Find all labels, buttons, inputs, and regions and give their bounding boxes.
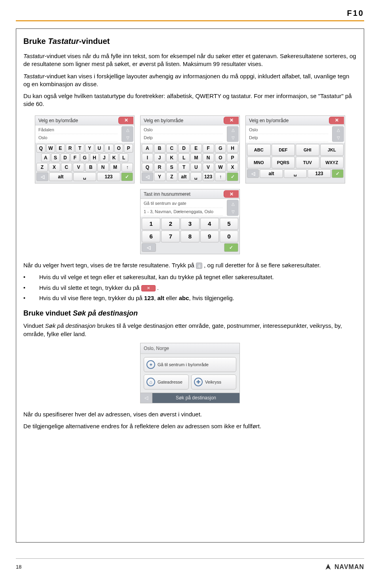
key-n[interactable]: N — [203, 153, 214, 162]
scroll-button[interactable]: △▽ — [332, 126, 344, 142]
key-g[interactable]: G — [80, 153, 89, 162]
intersection-button[interactable]: ✚ Veikryss — [191, 374, 236, 389]
key-n[interactable]: N — [97, 163, 109, 172]
close-icon[interactable]: ✕ — [329, 117, 344, 124]
list-item[interactable]: Oslo — [249, 126, 328, 134]
key-def[interactable]: DEF — [272, 144, 295, 156]
key-h[interactable]: H — [90, 153, 99, 162]
key-5[interactable]: 5 — [220, 218, 238, 230]
list-item[interactable]: Oslo — [144, 126, 223, 134]
key-e[interactable]: E — [56, 144, 65, 153]
key-p[interactable]: P — [124, 144, 133, 153]
key-123[interactable]: 123 — [308, 169, 331, 178]
key-y[interactable]: Y — [154, 172, 165, 181]
results-list[interactable]: Oslo Delp — [141, 125, 226, 143]
key-c[interactable]: C — [166, 144, 178, 153]
key-d[interactable]: D — [178, 144, 190, 153]
ok-button[interactable]: ✓ — [121, 172, 133, 181]
key-wxyz[interactable]: WXYZ — [320, 157, 344, 168]
key-space[interactable]: ␣ — [73, 172, 97, 181]
key-b[interactable]: B — [85, 163, 97, 172]
key-i[interactable]: I — [142, 153, 153, 162]
key-a[interactable]: A — [142, 144, 153, 153]
back-button[interactable]: ◁ — [247, 169, 259, 178]
key-r[interactable]: R — [154, 163, 165, 172]
key-m[interactable]: M — [110, 163, 121, 172]
key-0[interactable]: 0 — [220, 231, 238, 242]
street-address-button[interactable]: ⌂ Gateadresse — [144, 374, 189, 389]
back-button[interactable]: ◁ — [36, 172, 48, 181]
close-icon[interactable]: ✕ — [224, 190, 239, 198]
back-button[interactable]: ◁ — [142, 243, 156, 252]
scroll-button[interactable]: △▽ — [227, 200, 239, 216]
key-x[interactable]: X — [227, 163, 238, 172]
results-list[interactable]: Oslo Delp — [246, 125, 331, 143]
key-2[interactable]: 2 — [161, 218, 180, 230]
key-z[interactable]: Z — [36, 163, 48, 172]
key-t[interactable]: T — [75, 144, 84, 153]
key-z[interactable]: Z — [166, 172, 178, 181]
key-b[interactable]: B — [154, 144, 165, 153]
key-p[interactable]: P — [227, 153, 238, 162]
key-o[interactable]: O — [114, 144, 124, 153]
key-o[interactable]: O — [215, 153, 226, 162]
key-123[interactable]: 123 — [97, 172, 120, 181]
key-a[interactable]: A — [41, 153, 50, 162]
key-f[interactable]: F — [203, 144, 214, 153]
key-d[interactable]: D — [61, 153, 70, 162]
goto-center-button[interactable]: ⌖ Gå til sentrum i by/område — [144, 357, 236, 372]
key-q[interactable]: Q — [142, 163, 153, 172]
key-abc[interactable]: ABC — [247, 144, 271, 156]
key-r[interactable]: R — [66, 144, 75, 153]
key-v[interactable]: V — [73, 163, 84, 172]
key-1[interactable]: 1 — [142, 218, 160, 230]
results-list[interactable]: Gå til sentrum av gate 1 - 3, Navman, Dæ… — [141, 199, 226, 217]
list-item[interactable]: 1 - 3, Navman, Dælenenggata, Oslo — [144, 208, 223, 216]
key-k[interactable]: K — [110, 153, 119, 162]
key-4[interactable]: 4 — [200, 218, 219, 230]
key-123[interactable]: 123 — [203, 172, 214, 181]
key-l[interactable]: L — [119, 153, 128, 162]
key-x[interactable]: X — [49, 163, 60, 172]
key-alt[interactable]: alt — [178, 172, 190, 181]
back-button[interactable]: ◁ — [141, 393, 152, 403]
key-7[interactable]: 7 — [161, 231, 180, 242]
key-g[interactable]: G — [215, 144, 226, 153]
key-j[interactable]: J — [154, 153, 165, 162]
list-item[interactable]: Delp — [144, 134, 223, 142]
list-item[interactable]: Oslo — [38, 134, 118, 142]
ok-button[interactable]: ✓ — [227, 172, 238, 181]
key-jkl[interactable]: JKL — [320, 144, 344, 156]
key-v[interactable]: V — [203, 163, 214, 172]
key-m[interactable]: M — [190, 153, 202, 162]
key-w[interactable]: W — [215, 163, 226, 172]
key-mno[interactable]: MNO — [247, 157, 271, 168]
key-6[interactable]: 6 — [142, 231, 160, 242]
key-q[interactable]: Q — [36, 144, 46, 153]
key-3[interactable]: 3 — [180, 218, 199, 230]
key-alt[interactable]: alt — [260, 169, 283, 178]
key-u[interactable]: U — [190, 163, 202, 172]
key-tuv[interactable]: TUV — [296, 157, 319, 168]
key-shift[interactable]: ↑ — [215, 172, 226, 181]
close-icon[interactable]: ✕ — [224, 117, 239, 124]
key-f[interactable]: F — [70, 153, 80, 162]
key-y[interactable]: Y — [85, 144, 94, 153]
key-l[interactable]: L — [178, 153, 190, 162]
list-item[interactable]: Gå til sentrum av gate — [144, 200, 223, 208]
key-8[interactable]: 8 — [180, 231, 199, 242]
key-s[interactable]: S — [166, 163, 178, 172]
ok-button[interactable]: ✓ — [224, 243, 238, 252]
key-i[interactable]: I — [104, 144, 114, 153]
key-s[interactable]: S — [51, 153, 60, 162]
key-c[interactable]: C — [61, 163, 72, 172]
ok-button[interactable]: ✓ — [332, 169, 344, 178]
key-j[interactable]: J — [100, 153, 109, 162]
key-k[interactable]: K — [166, 153, 178, 162]
list-item[interactable]: Delp — [249, 134, 328, 142]
list-item[interactable]: Fådalen — [38, 126, 118, 134]
results-list[interactable]: Fådalen Oslo — [35, 125, 121, 143]
scroll-button[interactable]: △▽ — [122, 126, 133, 142]
key-pqrs[interactable]: PQRS — [272, 157, 295, 168]
scroll-button[interactable]: △▽ — [227, 126, 239, 142]
